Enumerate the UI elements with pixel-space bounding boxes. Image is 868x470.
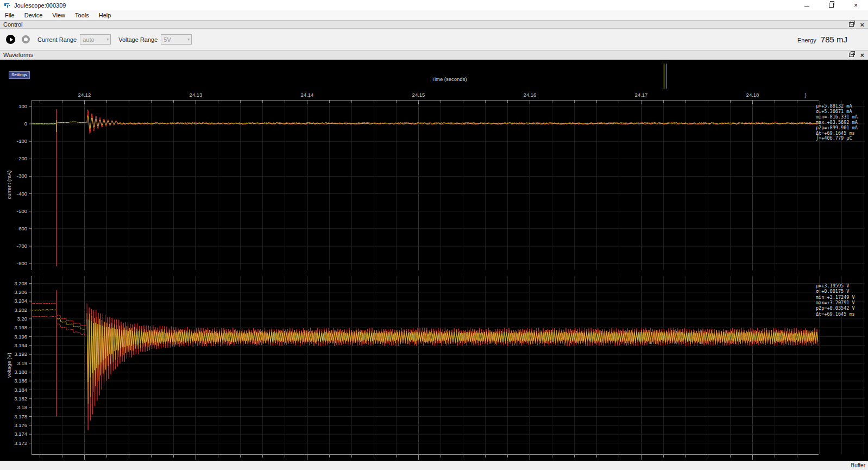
voltage-stats-line: Δt=+69.1645 ms: [816, 311, 855, 317]
energy-readout: Energy 785 mJ: [797, 35, 847, 44]
energy-label: Energy: [797, 37, 816, 43]
current-y-tick-label: -200: [17, 155, 27, 161]
buffer-status-label: Buffer: [851, 462, 866, 468]
voltage-stats-line: min=+3.17249 V: [816, 294, 855, 300]
voltage-range-label: Voltage Range: [118, 36, 158, 43]
voltage-band-envelope: [87, 303, 818, 430]
waveform-plot-area[interactable]: 1000-100-200-300-400-500-600-700-8003.20…: [0, 60, 868, 461]
minimize-icon: [804, 7, 809, 7]
current-stats-line: Δt=+69.1645 ms: [816, 130, 855, 136]
voltage-y-tick-label: 3.202: [14, 307, 27, 313]
time-tick-label: 24.17: [635, 92, 648, 98]
current-stats-line: ∫=+406.779 μC: [816, 135, 852, 141]
time-tick-label: 24.16: [524, 92, 537, 98]
voltage-y-tick-label: 3.176: [14, 422, 27, 428]
voltage-y-tick-label: 3.184: [14, 387, 27, 393]
current-y-tick-label: 100: [18, 103, 27, 109]
menubar: FileDeviceViewToolsHelp: [0, 10, 868, 20]
waveform-area: 1000-100-200-300-400-500-600-700-8003.20…: [0, 60, 868, 461]
titlebar: Joulescope:000309 ×: [0, 0, 868, 10]
menu-item-help[interactable]: Help: [94, 10, 116, 20]
dock-float-icon[interactable]: [849, 53, 854, 57]
settings-button[interactable]: Settings: [9, 71, 30, 79]
app-icon: [4, 2, 11, 9]
current-range-select[interactable]: auto ▾: [80, 34, 111, 45]
minimize-button[interactable]: [795, 0, 819, 10]
window-controls: ×: [795, 0, 868, 10]
voltage-stats-line: p2p=+0.03542 V: [816, 305, 855, 311]
waveforms-dock-header: Waveforms ×: [0, 50, 868, 60]
voltage-y-tick-label: 3.208: [14, 280, 27, 286]
voltage-y-tick-label: 3.178: [14, 413, 27, 419]
play-icon: [10, 37, 13, 42]
time-tick-label: 24.13: [190, 92, 203, 98]
voltage-y-tick-label: 3.186: [14, 378, 27, 384]
current-y-tick-label: -400: [17, 191, 27, 197]
current-y-tick-label: -700: [17, 243, 27, 249]
voltage-pre-min: [32, 316, 56, 317]
voltage-y-tick-label: 3.196: [14, 334, 27, 340]
voltage-step-max: [57, 315, 86, 326]
current-stats-line: min=-816.331 mA: [816, 114, 858, 120]
time-tick-label-partial: ): [804, 92, 806, 98]
current-y-tick-label: -500: [17, 208, 27, 214]
voltage-y-tick-label: 3.174: [14, 431, 27, 437]
control-panel: Current Range auto ▾ Voltage Range 5V ▾ …: [0, 29, 868, 50]
current-y-tick-label: -100: [17, 138, 27, 144]
close-icon: ×: [854, 2, 858, 9]
voltage-stats-line: max=+3.20791 V: [816, 300, 855, 305]
chevron-down-icon: ▾: [106, 37, 109, 42]
record-button[interactable]: [22, 35, 30, 43]
energy-value: 785 mJ: [821, 35, 847, 44]
current-y-tick-label: -800: [17, 260, 27, 266]
voltage-y-tick-label: 3.18: [17, 404, 28, 410]
waveforms-dock-title: Waveforms: [3, 52, 33, 58]
menu-item-device[interactable]: Device: [20, 10, 48, 20]
current-y-tick-label: 0: [24, 121, 27, 127]
voltage-y-tick-label: 3.172: [14, 440, 27, 446]
menu-item-view[interactable]: View: [47, 10, 70, 20]
voltage-y-tick-label: 3.182: [14, 396, 27, 402]
menu-item-file[interactable]: File: [0, 10, 20, 20]
current-stats-line: max=+83.5692 mA: [816, 120, 858, 125]
current-y-tick-label: -600: [17, 225, 27, 231]
current-stats-line: μ=+5.88132 mA: [816, 103, 852, 109]
dock-close-icon[interactable]: ×: [860, 21, 864, 28]
control-dock-header: Control ×: [0, 20, 868, 29]
restore-icon: [829, 3, 834, 8]
control-dock-title: Control: [3, 21, 22, 28]
statusbar: Buffer: [0, 461, 868, 470]
voltage-y-tick-label: 3.192: [14, 351, 27, 357]
voltage-y-tick-label: 3.198: [14, 324, 27, 330]
voltage-y-tick-label: 3.188: [14, 369, 27, 375]
current-axis-title: current (mA): [6, 171, 12, 199]
current-range-value: auto: [83, 36, 94, 43]
current-y-tick-label: -300: [17, 173, 27, 179]
voltage-y-tick-label: 3.206: [14, 289, 27, 295]
menu-item-tools[interactable]: Tools: [70, 10, 94, 20]
play-button[interactable]: [6, 35, 15, 44]
current-trace-pre-mean: [32, 123, 56, 124]
time-tick-label: 24.14: [301, 92, 314, 98]
dock-close-icon[interactable]: ×: [860, 52, 864, 59]
voltage-y-tick-label: 3.194: [14, 342, 27, 348]
voltage-range-value: 5V: [163, 36, 171, 43]
time-axis-title: Time (seconds): [431, 76, 467, 82]
current-range-label: Current Range: [37, 36, 77, 43]
time-tick-label: 24.18: [746, 92, 759, 98]
current-trace-step: [57, 122, 86, 123]
current-stats-line: σ=+5.36671 mA: [816, 109, 852, 114]
current-stats-line: p2p=+899.901 mA: [816, 125, 858, 130]
window-title: Joulescope:000309: [14, 2, 66, 9]
restore-button[interactable]: [819, 0, 844, 10]
voltage-y-tick-label: 3.204: [14, 298, 27, 304]
dock-float-icon[interactable]: [849, 22, 854, 27]
voltage-stats-line: μ=+3.19595 V: [816, 283, 849, 289]
voltage-y-tick-label: 3.19: [17, 360, 28, 366]
voltage-pre-max: [32, 303, 56, 304]
chevron-down-icon: ▾: [187, 37, 190, 42]
voltage-y-tick-label: 3.20: [17, 316, 28, 322]
close-button[interactable]: ×: [844, 0, 868, 10]
voltage-range-select[interactable]: 5V ▾: [161, 34, 192, 45]
time-tick-label: 24.15: [412, 92, 425, 98]
